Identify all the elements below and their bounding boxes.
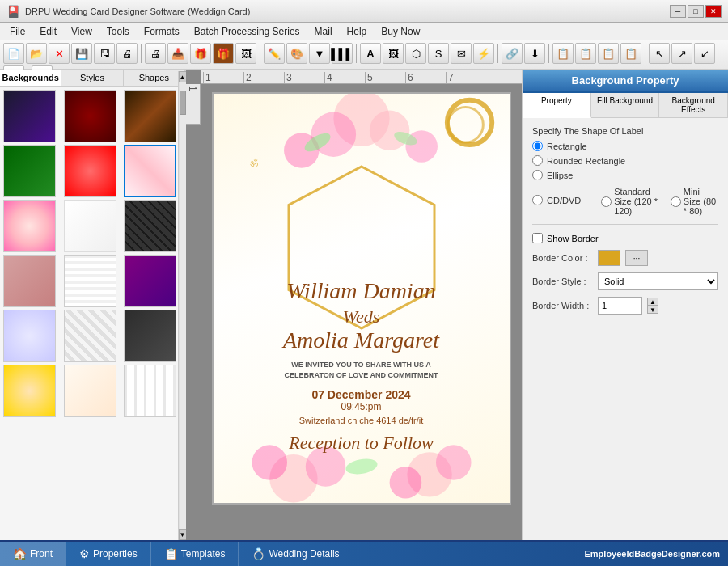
save-button[interactable]: 💾 (71, 43, 92, 64)
tab-styles[interactable]: Styles (61, 70, 123, 86)
menu-help[interactable]: Help (341, 25, 374, 38)
export2-button[interactable]: 🎁 (213, 43, 234, 64)
close-button[interactable]: ✕ (705, 5, 722, 18)
shape2-button[interactable]: ⬡ (405, 43, 426, 64)
print2-button[interactable]: 🖨 (145, 43, 166, 64)
menu-buynow[interactable]: Buy Now (375, 25, 426, 38)
right-panel-tabs: Property Fill Background Background Effe… (523, 93, 728, 118)
tab-property[interactable]: Property (523, 93, 591, 118)
toolbar-sep2 (260, 44, 260, 63)
cddvd-radio[interactable] (532, 195, 543, 205)
bg-item-18[interactable] (124, 365, 176, 417)
border-style-row: Border Style : Solid Dashed Dotted Doubl… (532, 272, 718, 290)
border-color-swatch[interactable] (598, 250, 620, 266)
bg-item-2[interactable] (64, 90, 116, 142)
link-button[interactable]: 🔗 (502, 43, 523, 64)
bg-item-13[interactable] (3, 310, 56, 362)
tab-fill-background[interactable]: Fill Background (591, 93, 660, 117)
tab-shapes[interactable]: Shapes (124, 70, 185, 86)
bg-item-17[interactable] (64, 365, 116, 417)
menu-edit[interactable]: Edit (33, 25, 63, 38)
mini-size-radio[interactable] (671, 196, 681, 207)
titlebar: 🎴 DRPU Wedding Card Designer Software (W… (0, 0, 728, 23)
menu-file[interactable]: File (3, 25, 32, 38)
copy-button[interactable]: 📋 (552, 43, 574, 64)
bg-item-5[interactable] (64, 145, 116, 197)
bg-item-8[interactable] (64, 200, 116, 252)
menu-mail[interactable]: Mail (308, 25, 339, 38)
paste2-button[interactable]: 📋 (598, 43, 619, 64)
mail-button[interactable]: ✉ (451, 43, 472, 64)
move3-button[interactable]: ↙ (694, 43, 715, 64)
rounded-rect-radio[interactable] (532, 155, 543, 166)
bottom-front-button[interactable]: 🏠 Front (0, 542, 66, 566)
maximize-button[interactable]: □ (688, 5, 704, 18)
border-style-select[interactable]: Solid Dashed Dotted Double (598, 272, 718, 290)
standard-size-radio[interactable] (601, 196, 612, 207)
droparrow-button[interactable]: ▼ (309, 43, 330, 64)
download-button[interactable]: ⬇ (524, 43, 545, 64)
scroll-up-button[interactable]: ▲ (179, 71, 187, 82)
stamp-button[interactable]: S (428, 43, 449, 64)
bg-item-3[interactable] (124, 90, 176, 142)
tool2-button[interactable]: ⚡ (473, 43, 494, 64)
bg-item-14[interactable] (64, 310, 116, 362)
bg-item-4[interactable] (3, 145, 56, 197)
toolbar-sep1 (141, 44, 142, 63)
menu-formats[interactable]: Formats (138, 25, 186, 38)
design-canvas[interactable]: ॐ William Damian Weds Amolia Margaret WE… (212, 92, 511, 505)
bg-item-7[interactable] (3, 200, 56, 252)
border-width-down[interactable]: ▼ (647, 306, 658, 314)
paste-button[interactable]: 📋 (575, 43, 596, 64)
bg-item-11[interactable] (64, 255, 116, 307)
open-button[interactable]: 📂 (26, 43, 47, 64)
move-button[interactable]: ↖ (649, 43, 670, 64)
bottom-properties-label: Properties (93, 548, 138, 560)
ellipse-radio[interactable] (532, 170, 543, 180)
bg-item-15[interactable] (124, 310, 176, 362)
image2-button[interactable]: 🖼 (383, 43, 404, 64)
show-border-checkbox[interactable] (532, 233, 543, 243)
bg-item-12[interactable] (124, 255, 176, 307)
tab-backgrounds[interactable]: Backgrounds (0, 70, 61, 86)
color-button[interactable]: 🎨 (286, 43, 307, 64)
rectangle-row: Rectangle (532, 141, 718, 151)
panel-scrollbar[interactable]: ▲ ▼ (178, 71, 186, 540)
scroll-thumb[interactable] (180, 91, 186, 115)
border-width-up[interactable]: ▲ (647, 298, 658, 306)
text-button[interactable]: A (360, 43, 381, 64)
barcode-button[interactable]: ▌▌▌ (332, 43, 353, 64)
wedding-details-icon: 💍 (252, 547, 265, 560)
border-width-input[interactable] (598, 297, 642, 315)
scroll-down-button[interactable]: ▼ (179, 529, 187, 540)
bg-item-16[interactable] (3, 365, 56, 417)
move2-button[interactable]: ↗ (671, 43, 692, 64)
menu-tools[interactable]: Tools (100, 25, 136, 38)
paste3-button[interactable]: 📋 (620, 43, 641, 64)
border-color-picker-button[interactable]: ··· (625, 250, 648, 266)
image-button[interactable]: 🖼 (235, 43, 256, 64)
export-button[interactable]: 🎁 (190, 43, 211, 64)
rectangle-radio[interactable] (532, 141, 543, 151)
menu-view[interactable]: View (65, 25, 99, 38)
bottom-templates-button[interactable]: 📋 Templates (151, 542, 239, 566)
cddvd-sub-options: Standard Size (120 * 120) Mini Size (80 … (601, 187, 718, 216)
bg-item-10[interactable] (3, 255, 56, 307)
import-button[interactable]: 📥 (167, 43, 188, 64)
menu-batch[interactable]: Batch Processing Series (188, 25, 307, 38)
minimize-button[interactable]: ─ (670, 5, 686, 18)
draw-button[interactable]: ✏️ (264, 43, 285, 64)
bottom-properties-button[interactable]: ⚙ Properties (66, 542, 151, 566)
ruler-tick: 3 (284, 72, 324, 83)
bg-item-1[interactable] (3, 90, 56, 142)
close-doc-button[interactable]: ✕ (49, 43, 70, 64)
main-area: Backgrounds Styles Shapes (0, 70, 728, 540)
new-button[interactable]: 📄 (3, 43, 24, 64)
bg-item-9[interactable] (124, 200, 176, 252)
tab-background-effects[interactable]: Background Effects (659, 93, 728, 117)
print-button[interactable]: 🖨 (116, 43, 138, 64)
bottom-wedding-details-button[interactable]: 💍 Wedding Details (239, 542, 353, 566)
border-width-spinner: ▲ ▼ (647, 298, 658, 314)
bg-item-6[interactable] (124, 145, 176, 197)
save-as-button[interactable]: 🖫 (94, 43, 115, 64)
